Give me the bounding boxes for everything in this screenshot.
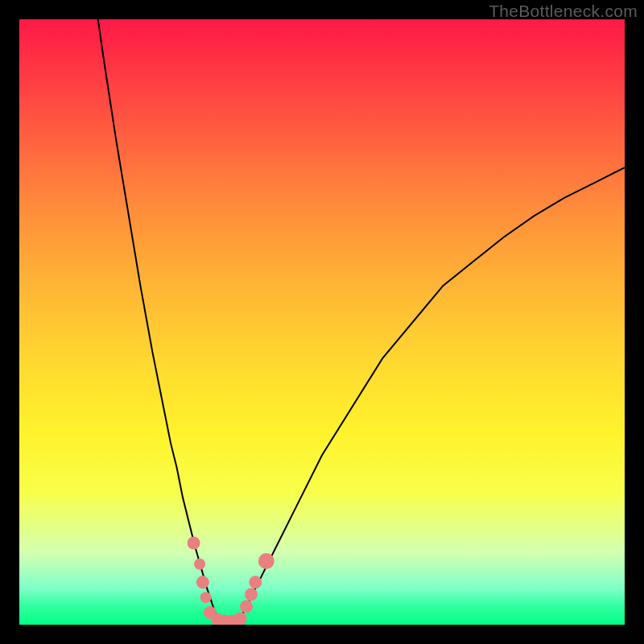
marker-dot [233,612,246,625]
left-curve [98,19,219,621]
marker-dot [245,588,258,601]
highlight-dots [188,536,275,625]
right-curve [237,167,625,621]
marker-dot [188,536,200,549]
marker-dot [196,576,209,588]
marker-dot [200,592,212,603]
watermark-text: TheBottleneck.com [489,2,638,21]
marker-dot [240,600,253,613]
chart-frame [19,19,625,625]
chart-svg [19,19,625,625]
marker-dot [194,559,205,570]
marker-dot [258,553,275,569]
marker-dot [249,576,262,588]
